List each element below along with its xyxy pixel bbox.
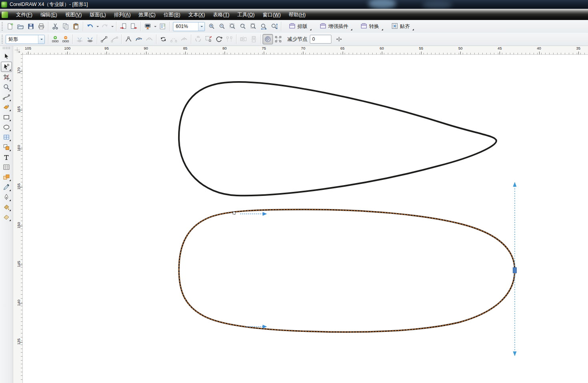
rotate-nodes-icon[interactable]: [214, 34, 224, 44]
reduce-nodes-slider[interactable]: [334, 34, 344, 44]
align-nodes-icon[interactable]: [224, 34, 235, 44]
join-nodes-icon[interactable]: [74, 34, 85, 44]
paste-icon[interactable]: [71, 21, 81, 32]
menu-v[interactable]: 视图(V): [61, 10, 86, 20]
menu-h[interactable]: 帮助(H): [285, 10, 309, 20]
curve-node-marker[interactable]: [233, 211, 235, 214]
zoom-page-width-icon[interactable]: [259, 21, 269, 32]
zoom-level-combo[interactable]: 601%: [173, 22, 205, 31]
toolbar-drag-handle[interactable]: [1, 22, 4, 31]
convert-to-curve-icon[interactable]: [109, 34, 120, 44]
propbar-drag-handle[interactable]: [1, 35, 4, 44]
toolbar-separator: [72, 34, 73, 44]
undo-icon[interactable]: [85, 21, 95, 32]
ellipse-tool[interactable]: [1, 122, 12, 132]
reflect-horizontal-icon[interactable]: [238, 34, 249, 44]
graph-paper-tool[interactable]: [1, 132, 12, 142]
export-icon[interactable]: [128, 21, 139, 32]
basic-shapes-tool[interactable]: [1, 142, 12, 152]
cusp-node-icon[interactable]: [123, 34, 134, 44]
h-ruler-major-tick: [264, 52, 264, 54]
eyedropper-tool[interactable]: [1, 182, 12, 192]
menu-o[interactable]: 工具(O): [233, 10, 259, 20]
property-bar: 矩形 减少节点 0: [0, 33, 588, 46]
v-ruler-label: 155: [16, 182, 21, 192]
outline-pen-tool[interactable]: [1, 192, 12, 202]
toolbar-button-排版[interactable]: 排版: [286, 22, 310, 32]
selected-node[interactable]: [513, 267, 517, 273]
cut-icon[interactable]: [50, 21, 60, 32]
menu-a[interactable]: 排列(A): [110, 10, 135, 20]
open-folder-icon[interactable]: [15, 21, 26, 32]
text-tool[interactable]: [1, 152, 12, 162]
zoom-out-icon[interactable]: [217, 21, 227, 32]
rectangle-tool[interactable]: [1, 112, 12, 122]
reduce-nodes-input[interactable]: 0: [310, 35, 331, 44]
toolbar-button-增强插件[interactable]: 增强插件: [317, 22, 351, 32]
elastic-mode-icon[interactable]: [263, 34, 273, 44]
interactive-fill-tool[interactable]: [1, 212, 12, 222]
menu-c[interactable]: 效果(C): [134, 10, 159, 20]
stretch-nodes-icon[interactable]: [203, 34, 214, 44]
break-curve-icon[interactable]: [85, 34, 95, 44]
app-launcher-icon[interactable]: [142, 21, 153, 32]
drawing-canvas[interactable]: [22, 54, 588, 383]
pill-curve-selected[interactable]: [179, 209, 515, 332]
zoom-level-dropdown-button[interactable]: [198, 22, 205, 31]
copy-icon[interactable]: [60, 21, 71, 32]
select-all-nodes-icon[interactable]: [273, 34, 283, 44]
h-ruler-major-tick: [382, 52, 382, 54]
redo-icon[interactable]: [100, 21, 110, 32]
app-launcher-caret[interactable]: [153, 21, 157, 32]
menu-f[interactable]: 文件(F): [12, 10, 36, 20]
reflect-vertical-icon[interactable]: [249, 34, 259, 44]
menu-l[interactable]: 版面(L): [86, 10, 110, 20]
horizontal-ruler[interactable]: 10510095908580757065605550454035: [22, 46, 588, 55]
delete-node-icon[interactable]: [60, 34, 71, 44]
zoom-page-icon[interactable]: [248, 21, 259, 32]
zoom-selected-icon[interactable]: [227, 21, 238, 32]
add-node-icon[interactable]: [50, 34, 60, 44]
close-curve-icon[interactable]: [193, 34, 203, 44]
convert-to-line-icon[interactable]: [99, 34, 109, 44]
welcome-options-icon[interactable]: [157, 21, 168, 32]
menu-b[interactable]: 位图(B): [160, 10, 185, 20]
toolbox-drag-handle[interactable]: [3, 47, 10, 49]
smooth-node-icon[interactable]: [134, 34, 144, 44]
save-icon[interactable]: [26, 21, 36, 32]
vertical-ruler[interactable]: 170165160155150145140135: [13, 54, 23, 383]
ruler-origin-box[interactable]: [13, 46, 23, 55]
symmetrical-node-icon[interactable]: [144, 34, 155, 44]
crop-tool[interactable]: [1, 72, 12, 82]
pick-tool[interactable]: [1, 52, 12, 61]
redo-dropdown-caret[interactable]: [110, 21, 114, 32]
table-tool[interactable]: [1, 162, 12, 172]
reverse-direction-icon[interactable]: [158, 34, 169, 44]
zoom-in-icon[interactable]: [207, 21, 217, 32]
v-ruler-label: 150: [16, 221, 21, 230]
toolbar-button-转换[interactable]: 转换: [358, 22, 381, 32]
menu-x[interactable]: 文本(X): [184, 10, 209, 20]
teardrop-curve[interactable]: [179, 82, 496, 195]
menu-t[interactable]: 表格(T): [209, 10, 233, 20]
shape-tool[interactable]: [1, 62, 12, 72]
import-icon[interactable]: [118, 21, 128, 32]
blend-tool[interactable]: [1, 172, 12, 182]
toolbar-button-贴齐[interactable]: 贴齐: [389, 22, 412, 32]
zoom-tool[interactable]: [1, 82, 12, 92]
zoom-page-height-icon[interactable]: [269, 21, 279, 32]
extract-subpath-icon[interactable]: [179, 34, 189, 44]
shape-type-combo[interactable]: 矩形: [6, 35, 45, 44]
fill-tool[interactable]: [1, 202, 12, 212]
undo-dropdown-caret[interactable]: [95, 21, 100, 32]
h-ruler-major-tick: [421, 52, 421, 54]
extend-curve-close-icon[interactable]: [169, 34, 179, 44]
print-icon[interactable]: [36, 21, 46, 32]
smart-fill-tool[interactable]: [1, 102, 12, 112]
new-document-icon[interactable]: [5, 21, 15, 32]
zoom-all-objects-icon[interactable]: [238, 21, 248, 32]
shape-type-dropdown-button[interactable]: [38, 35, 44, 44]
menu-e[interactable]: 编辑(E): [36, 10, 61, 20]
freehand-tool[interactable]: [1, 92, 12, 102]
menu-w[interactable]: 窗口(W): [259, 10, 285, 20]
